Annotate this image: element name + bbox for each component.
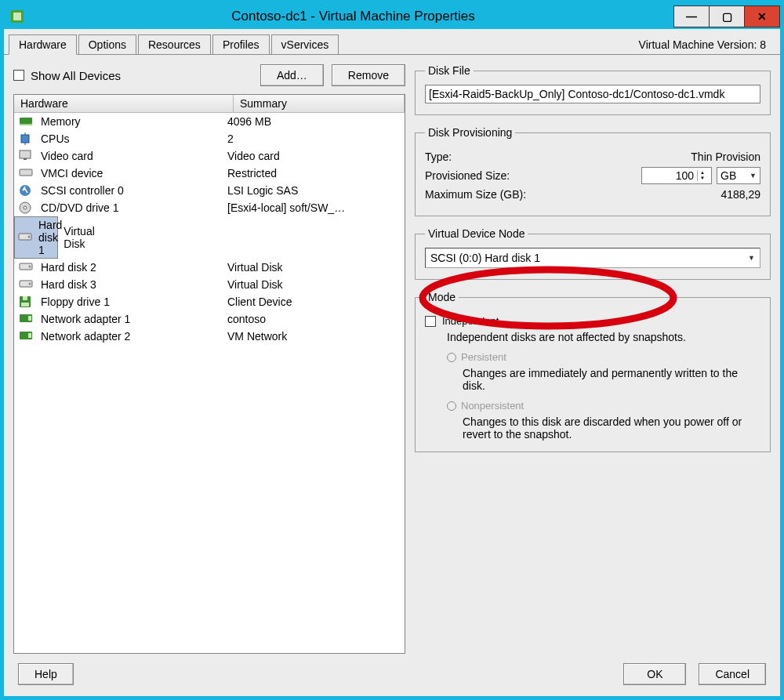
disk-provisioning-legend: Disk Provisioning: [425, 126, 515, 139]
svg-rect-23: [28, 316, 31, 321]
hw-summary: contoso: [227, 313, 400, 325]
hardware-row[interactable]: Hard disk 3Virtual Disk: [14, 276, 405, 293]
hardware-row[interactable]: CPUs2: [14, 130, 405, 147]
stepper-arrows-icon[interactable]: ▲▼: [697, 170, 707, 181]
vm-properties-window: Contoso-dc1 - Virtual Machine Properties…: [0, 0, 784, 700]
svg-point-12: [24, 206, 27, 209]
cd-icon: [19, 201, 34, 214]
hw-summary: Video card: [227, 150, 400, 162]
checkbox-icon[interactable]: [425, 316, 436, 327]
titlebar[interactable]: Contoso-dc1 - Virtual Machine Properties…: [4, 4, 780, 29]
maximize-button[interactable]: ▢: [709, 5, 745, 27]
provisioned-size-input[interactable]: [642, 168, 697, 183]
svg-rect-1: [13, 13, 21, 20]
svg-point-14: [28, 236, 31, 238]
hw-summary: VM Network: [227, 330, 400, 343]
svg-point-16: [29, 266, 31, 268]
hardware-row[interactable]: Network adapter 1contoso: [14, 310, 405, 328]
hw-name: Network adapter 2: [41, 330, 130, 343]
chevron-down-icon: ▼: [750, 172, 757, 180]
hardware-row[interactable]: CD/DVD drive 1[Esxi4-local] soft/SW_…: [14, 199, 405, 216]
tab-options[interactable]: Options: [78, 34, 136, 54]
provisioned-size-label: Provisioned Size:: [425, 169, 641, 182]
nonpersistent-label: Nonpersistent: [461, 400, 524, 412]
hw-name: SCSI controller 0: [41, 184, 124, 197]
scsi-icon: [19, 184, 34, 197]
hardware-row[interactable]: Memory4096 MB: [14, 113, 405, 130]
disk-provisioning-group: Disk Provisioning Type: Thin Provision P…: [415, 126, 771, 216]
hardware-row[interactable]: Network adapter 2VM Network: [14, 328, 405, 345]
tab-resources[interactable]: Resources: [138, 34, 211, 54]
independent-desc: Independent disks are not affected by sn…: [447, 331, 760, 343]
hw-name: Hard disk 3: [41, 278, 96, 291]
svg-rect-7: [20, 151, 31, 158]
virtual-device-node-group: Virtual Device Node SCSI (0:0) Hard disk…: [415, 227, 771, 280]
remove-button[interactable]: Remove: [332, 64, 405, 86]
hw-name: Network adapter 1: [41, 313, 130, 325]
hw-name: Memory: [41, 115, 81, 128]
independent-label: Independent: [442, 315, 499, 327]
svg-rect-21: [21, 303, 29, 306]
close-button[interactable]: ✕: [744, 5, 780, 27]
provision-type-label: Type:: [425, 151, 691, 163]
hw-summary: 4096 MB: [227, 115, 400, 128]
cancel-button[interactable]: Cancel: [699, 663, 766, 685]
provisioned-size-stepper[interactable]: ▲▼: [641, 167, 712, 184]
tab-bar: HardwareOptionsResourcesProfilesvService…: [4, 29, 780, 55]
svg-rect-20: [23, 296, 27, 300]
hardware-row[interactable]: SCSI controller 0LSI Logic SAS: [14, 182, 405, 199]
tab-profiles[interactable]: Profiles: [212, 34, 270, 54]
cpu-icon: [19, 132, 34, 145]
disk-file-group: Disk File: [415, 64, 771, 115]
vsphere-icon: [10, 9, 24, 24]
persistent-desc: Changes are immediately and permanently …: [463, 367, 760, 392]
hw-name: VMCI device: [41, 167, 103, 180]
hw-summary: [Esxi4-local] soft/SW_…: [227, 201, 400, 214]
max-size-label: Maximum Size (GB):: [425, 188, 720, 201]
tab-hardware[interactable]: Hardware: [9, 34, 77, 55]
unit-value: GB: [720, 169, 736, 182]
mode-legend: Mode: [425, 291, 459, 303]
floppy-icon: [19, 296, 34, 308]
ok-button[interactable]: OK: [623, 663, 686, 685]
show-all-devices-label: Show All Devices: [31, 69, 121, 82]
hw-name: Floppy drive 1: [41, 296, 110, 308]
hardware-row[interactable]: Floppy drive 1Client Device: [14, 293, 405, 310]
hw-summary: Virtual Disk: [227, 261, 400, 274]
summary-column-header[interactable]: Summary: [234, 95, 405, 112]
disk-file-input[interactable]: [425, 85, 760, 103]
hw-summary: Restricted: [227, 167, 400, 180]
disk-icon: [18, 231, 32, 244]
memory-icon: [19, 115, 34, 128]
help-button[interactable]: Help: [18, 663, 74, 685]
add-button[interactable]: Add…: [260, 64, 324, 86]
hw-summary: Client Device: [227, 296, 400, 308]
provision-type-value: Thin Provision: [691, 151, 760, 163]
hardware-row[interactable]: Hard disk 1Virtual Disk: [14, 216, 58, 259]
checkbox-icon: [13, 70, 24, 81]
hardware-row[interactable]: VMCI deviceRestricted: [14, 165, 405, 182]
svg-point-18: [29, 283, 31, 285]
tab-vservices[interactable]: vServices: [271, 34, 339, 54]
chevron-down-icon: ▼: [748, 254, 755, 262]
svg-rect-9: [20, 169, 32, 176]
minimize-button[interactable]: —: [673, 5, 710, 27]
hw-summary: Virtual Disk: [64, 225, 94, 250]
show-all-devices-checkbox[interactable]: Show All Devices: [13, 69, 252, 82]
mode-group: Mode Independent Independent disks are n…: [415, 291, 771, 452]
nonpersistent-desc: Changes to this disk are discarded when …: [463, 415, 760, 441]
provisioned-size-unit-select[interactable]: GB ▼: [717, 167, 760, 184]
disk-icon: [19, 278, 34, 291]
vmci-icon: [19, 167, 34, 180]
vdn-legend: Virtual Device Node: [425, 227, 528, 240]
virtual-device-node-select[interactable]: SCSI (0:0) Hard disk 1 ▼: [425, 248, 760, 268]
hw-summary: 2: [227, 132, 400, 145]
hardware-row[interactable]: Hard disk 2Virtual Disk: [14, 259, 405, 276]
hardware-row[interactable]: Video cardVideo card: [14, 147, 405, 165]
radio-icon: [447, 401, 456, 411]
svg-rect-8: [24, 158, 27, 160]
hw-name: CD/DVD drive 1: [41, 201, 119, 214]
hw-summary: Virtual Disk: [227, 278, 400, 291]
svg-rect-4: [21, 135, 29, 143]
hardware-column-header[interactable]: Hardware: [14, 95, 234, 112]
